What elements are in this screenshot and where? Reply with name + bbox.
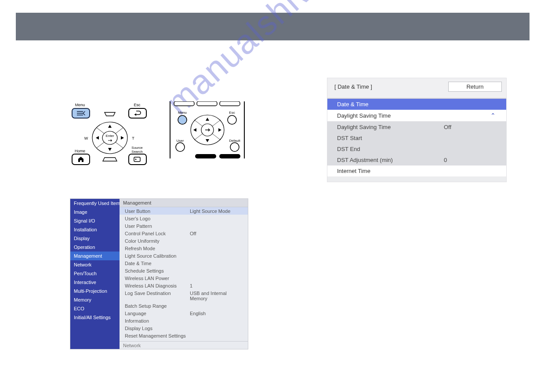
mgmt-row-label: Information <box>125 318 190 324</box>
sidebar-item-multi-projection[interactable]: Multi-Projection <box>70 287 120 295</box>
enter-button[interactable] <box>102 131 117 144</box>
sidebar-item-operation[interactable]: Operation <box>70 243 120 252</box>
daylight-subitems: Daylight Saving TimeOffDST StartDST EndD… <box>327 122 506 165</box>
sidebar-item-installation[interactable]: Installation <box>70 225 120 234</box>
internet-time-label: Internet Time <box>337 168 497 174</box>
remote-bottom-button-2[interactable] <box>219 154 240 158</box>
mgmt-row-label: Color Uniformity <box>125 238 190 244</box>
mgmt-row-wireless-lan-diagnosis[interactable]: Wireless LAN Diagnosis1 <box>120 282 248 289</box>
remote-menu-button[interactable] <box>178 115 187 124</box>
mgmt-row-value <box>190 253 243 259</box>
mgmt-row-value <box>190 276 243 281</box>
mgmt-row-control-panel-lock[interactable]: Control Panel LockOff <box>120 230 248 237</box>
button-diagrams: Menu Esc Enter <box>70 101 246 167</box>
dst-row-dst-start[interactable]: DST Start <box>327 133 506 144</box>
sidebar-item-display[interactable]: Display <box>70 234 120 243</box>
dst-row-label: DST Start <box>337 135 444 141</box>
mgmt-row-date-time[interactable]: Date & Time <box>120 259 248 267</box>
mgmt-row-schedule-settings[interactable]: Schedule Settings <box>120 267 248 274</box>
dst-row-value: 0 <box>444 157 497 163</box>
mgmt-row-label: User Pattern <box>125 223 190 229</box>
label-search: Search <box>131 150 142 154</box>
mgmt-row-reset-management-settings[interactable]: Reset Management Settings <box>120 332 248 339</box>
mgmt-row-value <box>190 326 243 331</box>
mgmt-row-label: Schedule Settings <box>125 268 190 273</box>
mgmt-row-user-s-logo[interactable]: User's Logo <box>120 215 248 222</box>
management-menu: Frequently Used ItemsImageSignal I/OInst… <box>70 198 248 349</box>
date-time-footer-pad <box>327 176 506 182</box>
sidebar-item-initial-all-settings[interactable]: Initial/All Settings <box>70 313 120 322</box>
mgmt-row-label: Wireless LAN Power <box>125 276 190 281</box>
sidebar-item-frequently-used-items[interactable]: Frequently Used Items <box>70 199 120 208</box>
sidebar-item-interactive[interactable]: Interactive <box>70 278 120 287</box>
mgmt-row-value <box>190 261 243 266</box>
internet-time-row[interactable]: Internet Time <box>327 165 506 176</box>
esc-button[interactable] <box>129 108 146 118</box>
return-button[interactable]: Return <box>448 82 502 92</box>
mgmt-row-value: Light Source Mode <box>190 209 243 214</box>
sidebar-item-image[interactable]: Image <box>70 208 120 216</box>
dst-row-daylight-saving-time[interactable]: Daylight Saving TimeOff <box>327 122 506 133</box>
mgmt-row-user-button[interactable]: User ButtonLight Source Mode <box>120 207 248 215</box>
date-time-panel: [ Date & Time ] Return Date & Time Dayli… <box>327 78 507 182</box>
mgmt-row-label: Reset Management Settings <box>125 333 190 338</box>
mgmt-row-label: Language <box>125 311 190 316</box>
svg-rect-8 <box>174 101 194 106</box>
mgmt-row-user-pattern[interactable]: User Pattern <box>120 222 248 230</box>
svg-rect-9 <box>197 101 217 106</box>
mgmt-row-value: USB and Internal Memory <box>190 291 243 301</box>
mgmt-row-information[interactable]: Information <box>120 317 248 324</box>
dst-row-dst-end[interactable]: DST End <box>327 144 506 155</box>
mgmt-row-value <box>190 318 243 324</box>
mgmt-row-value <box>190 303 243 309</box>
mgmt-row-display-logs[interactable]: Display Logs <box>120 324 248 332</box>
dst-row-dst-adjustment-min-[interactable]: DST Adjustment (min)0 <box>327 155 506 165</box>
label-w: W <box>84 136 88 140</box>
mgmt-row-label: Light Source Calibration <box>125 253 190 259</box>
date-time-section[interactable]: Date & Time <box>327 99 506 110</box>
remote-esc-button[interactable] <box>228 115 236 124</box>
label-enter: Enter <box>105 134 114 138</box>
label-menu: Menu <box>75 103 85 107</box>
remote-label-default: Default <box>229 139 241 143</box>
management-right-pane: Management User ButtonLight Source ModeU… <box>120 199 248 349</box>
mgmt-row-language[interactable]: LanguageEnglish <box>120 309 248 317</box>
mgmt-row-label: Wireless LAN Diagnosis <box>125 283 190 288</box>
remote-bottom-button-1[interactable] <box>195 154 216 158</box>
label-t: T <box>132 136 134 140</box>
keystone-top-icon <box>105 112 115 116</box>
remote-default-button[interactable] <box>230 143 239 151</box>
mgmt-row-batch-setup-range[interactable]: Batch Setup Range <box>120 302 248 309</box>
remote-diagram: Menu Esc User Default <box>169 101 246 158</box>
mgmt-row-value <box>190 216 243 221</box>
mgmt-row-refresh-mode[interactable]: Refresh Mode <box>120 245 248 252</box>
daylight-saving-label: Daylight Saving Time <box>337 112 490 119</box>
sidebar-item-management[interactable]: Management <box>70 252 120 260</box>
sidebar-item-signal-i-o[interactable]: Signal I/O <box>70 216 120 225</box>
mgmt-row-light-source-calibration[interactable]: Light Source Calibration <box>120 252 248 259</box>
management-header: Management <box>120 199 248 207</box>
label-source: Source <box>131 146 143 150</box>
remote-user-button[interactable] <box>176 143 185 151</box>
dst-row-label: Daylight Saving Time <box>337 124 444 130</box>
page-content: manualshive.com Menu Esc <box>0 40 555 392</box>
remote-label-user: User <box>177 139 184 143</box>
management-sidebar: Frequently Used ItemsImageSignal I/OInst… <box>70 199 120 349</box>
source-search-button[interactable] <box>129 154 146 165</box>
daylight-saving-header[interactable]: Daylight Saving Time ⌃ <box>327 110 506 122</box>
mgmt-row-wireless-lan-power[interactable]: Wireless LAN Power <box>120 274 248 282</box>
mgmt-row-label: Batch Setup Range <box>125 303 190 309</box>
mgmt-row-log-save-destination[interactable]: Log Save DestinationUSB and Internal Mem… <box>120 289 248 302</box>
mgmt-row-value <box>190 246 243 251</box>
dst-row-value: Off <box>444 124 497 130</box>
date-time-title: [ Date & Time ] <box>334 83 448 90</box>
mgmt-row-label: Log Save Destination <box>125 291 190 301</box>
label-home: Home <box>75 149 85 153</box>
remote-label-esc: Esc <box>229 111 235 115</box>
sidebar-item-eco[interactable]: ECO <box>70 304 120 313</box>
sidebar-item-memory[interactable]: Memory <box>70 295 120 304</box>
mgmt-row-color-uniformity[interactable]: Color Uniformity <box>120 237 248 245</box>
mgmt-row-value: 1 <box>190 283 243 288</box>
sidebar-item-pen-touch[interactable]: Pen/Touch <box>70 269 120 278</box>
sidebar-item-network[interactable]: Network <box>70 260 120 269</box>
